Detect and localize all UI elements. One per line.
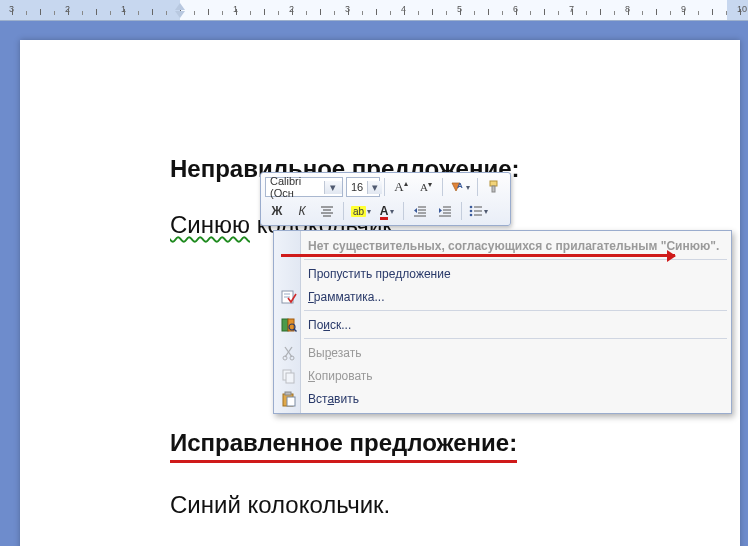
annotation-underline xyxy=(281,254,675,257)
sentence-corrected: Синий колокольчик. xyxy=(170,491,740,519)
decrease-indent-button[interactable] xyxy=(408,201,432,221)
hanging-indent-marker[interactable] xyxy=(175,11,185,18)
styles-button[interactable]: A ▾ xyxy=(447,177,473,197)
font-name-combo[interactable]: Calibri (Осн ▾ xyxy=(265,177,343,197)
format-painter-button[interactable] xyxy=(482,177,506,197)
italic-button[interactable]: К xyxy=(290,201,314,221)
lookup-icon xyxy=(280,316,298,333)
context-menu-skip[interactable]: Пропустить предложение xyxy=(276,262,729,285)
font-size-dropdown-icon[interactable]: ▾ xyxy=(367,181,382,194)
increase-indent-button[interactable] xyxy=(433,201,457,221)
grammar-error-word[interactable]: Синюю xyxy=(170,211,250,238)
font-color-button[interactable]: A ▾ xyxy=(375,201,399,221)
bold-button[interactable]: Ж xyxy=(265,201,289,221)
context-menu-cut: Вырезать xyxy=(276,341,729,364)
svg-rect-2 xyxy=(492,186,495,192)
grow-font-button[interactable]: A▴ xyxy=(389,177,413,197)
heading-corrected: Исправленное предложение: xyxy=(170,429,740,463)
paste-icon xyxy=(280,390,298,407)
bullets-button[interactable]: ▾ xyxy=(466,201,491,221)
context-menu-copy: Копировать xyxy=(276,364,729,387)
svg-rect-37 xyxy=(285,392,291,395)
cut-icon xyxy=(280,344,298,361)
mini-toolbar: Calibri (Осн ▾ 16 ▾ A▴ A▾ A ▾ Ж К ab ▾ xyxy=(260,172,511,226)
annotation-arrow-icon xyxy=(667,250,676,262)
font-name-dropdown-icon[interactable]: ▾ xyxy=(324,181,342,194)
align-center-button[interactable] xyxy=(315,201,339,221)
copy-icon xyxy=(280,367,298,384)
context-menu: Нет существительных, согласующихся с при… xyxy=(273,230,732,414)
highlight-button[interactable]: ab ▾ xyxy=(348,201,374,221)
shrink-font-button[interactable]: A▾ xyxy=(414,177,438,197)
svg-text:A: A xyxy=(457,181,463,190)
svg-marker-11 xyxy=(414,208,417,213)
grammar-icon xyxy=(280,288,298,305)
svg-point-19 xyxy=(470,210,473,213)
svg-point-21 xyxy=(470,214,473,217)
svg-point-17 xyxy=(470,206,473,209)
svg-marker-16 xyxy=(439,208,442,213)
horizontal-ruler[interactable]: 32112345678910 xyxy=(0,0,748,21)
svg-rect-38 xyxy=(287,397,295,406)
svg-rect-35 xyxy=(286,373,294,383)
context-menu-grammar[interactable]: Грамматика... xyxy=(276,285,729,308)
font-name-value: Calibri (Осн xyxy=(266,175,324,199)
first-line-indent-marker[interactable] xyxy=(175,3,185,10)
context-menu-lookup[interactable]: Поиск... xyxy=(276,313,729,336)
svg-rect-1 xyxy=(490,181,497,186)
font-size-combo[interactable]: 16 ▾ xyxy=(346,177,380,197)
context-menu-paste[interactable]: Вставить xyxy=(276,387,729,410)
svg-rect-26 xyxy=(282,319,288,331)
font-size-value: 16 xyxy=(347,181,367,193)
